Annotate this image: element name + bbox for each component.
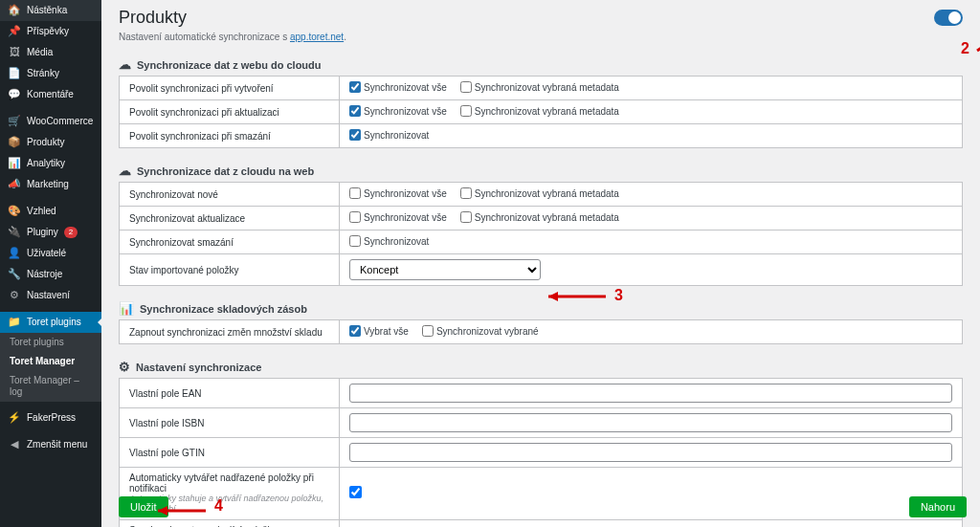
page-description: Nastavení automatické synchronizace s ap…: [119, 32, 963, 52]
checkbox-option[interactable]: Synchronizovat vše: [349, 187, 447, 199]
sidebar-item-komentáře[interactable]: 💬Komentáře: [0, 84, 101, 105]
table-download: Synchronizovat novéSynchronizovat všeSyn…: [119, 182, 963, 286]
row-label: Synchronizovat aktualizace: [120, 207, 340, 231]
sidebar-item-pluginy[interactable]: 🔌Pluginy2: [0, 222, 101, 243]
row-label: Povolit synchronizaci při vytvoření: [120, 77, 340, 100]
sidebar-item-stránky[interactable]: 📄Stránky: [0, 63, 101, 84]
sidebar-item-label: Příspěvky: [27, 26, 69, 37]
table-row: Zapnout synchronizaci změn množství skla…: [120, 320, 963, 344]
checkbox-option[interactable]: Synchronizovat vybrané: [422, 325, 539, 337]
sidebar-item-nástěnka[interactable]: 🏠Nástěnka: [0, 0, 101, 21]
menu-icon: 📊: [8, 157, 21, 170]
sidebar-item-vzhled[interactable]: 🎨Vzhled: [0, 201, 101, 222]
cloud-download-icon: ☁: [119, 164, 131, 178]
checkbox-option[interactable]: Synchronizovat vybraná metadata: [460, 105, 619, 117]
menu-icon: 🖼: [8, 46, 21, 59]
section-head-settings: ⚙ Nastavení synchronizace: [119, 354, 963, 378]
sidebar-item-woocommerce[interactable]: 🛒WooCommerce: [0, 111, 101, 132]
go-up-button[interactable]: Nahoru: [909, 496, 967, 517]
submenu-item[interactable]: Toret Manager – log: [0, 371, 101, 402]
sidebar-item-label: Stránky: [27, 68, 59, 79]
enable-toggle[interactable]: [934, 10, 963, 26]
page-title: Produkty: [119, 8, 187, 28]
checkbox-option[interactable]: Synchronizovat vše: [349, 105, 447, 117]
save-button[interactable]: Uložit: [119, 496, 168, 517]
text-input[interactable]: [349, 384, 952, 403]
sidebar-item-label: Nastavení: [27, 290, 70, 301]
sidebar-item-marketing[interactable]: 📣Marketing: [0, 174, 101, 195]
sidebar-item-uživatelé[interactable]: 👤Uživatelé: [0, 243, 101, 264]
sidebar-item-label: Nástěnka: [27, 5, 67, 16]
sidebar-item-nastavení[interactable]: ⚙Nastavení: [0, 285, 101, 306]
sidebar-item[interactable]: ⚡FakerPress: [0, 407, 101, 428]
sidebar-item-analytiky[interactable]: 📊Analytiky: [0, 153, 101, 174]
admin-sidebar: 🏠Nástěnka📌Příspěvky🖼Média📄Stránky💬Koment…: [0, 0, 101, 527]
row-label: Povolit synchronizaci při smazání: [120, 124, 340, 148]
row-label: Stav importované položky: [120, 254, 340, 286]
table-row: Synchronizovat související položkyAutoma…: [120, 519, 963, 527]
sidebar-item-média[interactable]: 🖼Média: [0, 42, 101, 63]
table-row: Automaticky vytvářet nadřazené položky p…: [120, 468, 963, 520]
checkbox-option[interactable]: Synchronizovat vybraná metadata: [460, 187, 619, 199]
checkbox-option[interactable]: Synchronizovat vše: [349, 81, 447, 93]
checkbox-option[interactable]: Synchronizovat vybraná metadata: [460, 81, 619, 93]
sidebar-item-label: Vzhled: [27, 206, 56, 217]
menu-icon: 👤: [8, 247, 21, 260]
table-stock: Zapnout synchronizaci změn množství skla…: [119, 319, 963, 344]
sidebar-item-label: Pluginy: [27, 227, 58, 238]
menu-icon: 🎨: [8, 205, 21, 218]
table-row: Vlastní pole GTIN: [120, 438, 963, 468]
table-row: Synchronizovat smazáníSynchronizovat: [120, 231, 963, 254]
menu-icon: 🏠: [8, 4, 21, 17]
menu-icon: 🔧: [8, 268, 21, 281]
sidebar-item[interactable]: ◀Zmenšit menu: [0, 434, 101, 455]
sidebar-item-label: Analytiky: [27, 158, 65, 169]
menu-icon: ◀: [8, 438, 21, 451]
row-label: Vlastní pole ISBN: [120, 408, 340, 438]
checkbox-option[interactable]: Synchronizovat: [349, 235, 429, 247]
table-row: Povolit synchronizaci při smazáníSynchro…: [120, 124, 963, 148]
table-row: Synchronizovat aktualizaceSynchronizovat…: [120, 207, 963, 231]
checkbox-option[interactable]: Synchronizovat vybraná metadata: [460, 211, 619, 223]
submenu-item[interactable]: Toret plugins: [0, 333, 101, 352]
menu-icon: 📦: [8, 136, 21, 149]
menu-icon: ⚡: [8, 411, 21, 425]
submenu-item[interactable]: Toret Manager: [0, 352, 101, 371]
row-label: Vlastní pole EAN: [120, 379, 340, 408]
menu-icon: 📣: [8, 178, 21, 191]
text-input[interactable]: [349, 413, 952, 432]
sidebar-item-příspěvky[interactable]: 📌Příspěvky: [0, 21, 101, 42]
table-row: Vlastní pole EAN: [120, 379, 963, 408]
menu-icon: 🛒: [8, 115, 21, 128]
cloud-upload-icon: ☁: [119, 57, 131, 72]
checkbox-option[interactable]: Synchronizovat: [349, 129, 429, 141]
gear-icon: ⚙: [119, 360, 130, 374]
stock-icon: 📊: [119, 301, 134, 316]
row-label: Vlastní pole GTIN: [120, 438, 340, 468]
table-settings: Vlastní pole EANVlastní pole ISBNVlastní…: [119, 378, 963, 527]
text-input[interactable]: [349, 443, 952, 462]
row-label: Povolit synchronizaci při aktualizaci: [120, 100, 340, 124]
menu-icon: 📌: [8, 25, 21, 38]
desc-link[interactable]: app.toret.net: [290, 32, 344, 42]
sidebar-item-nástroje[interactable]: 🔧Nástroje: [0, 264, 101, 285]
section-head-stock: 📊 Synchronizace skladových zásob: [119, 296, 963, 319]
sidebar-item-label: Nástroje: [27, 269, 62, 280]
checkbox[interactable]: [349, 486, 362, 498]
checkbox-option[interactable]: Synchronizovat vše: [349, 211, 447, 223]
row-label: Zapnout synchronizaci změn množství skla…: [120, 320, 340, 344]
row-label: Synchronizovat smazání: [120, 231, 340, 254]
menu-icon: ⚙: [8, 289, 21, 302]
status-select[interactable]: Koncept: [349, 259, 541, 280]
sidebar-item-label: WooCommerce: [27, 116, 93, 127]
checkbox-option[interactable]: Vybrat vše: [349, 325, 409, 337]
sidebar-item-label: Komentáře: [27, 89, 74, 100]
sidebar-item-label: Produkty: [27, 137, 64, 148]
badge: 2: [64, 227, 78, 238]
sidebar-item-toret-plugins[interactable]: 📁Toret plugins: [0, 312, 101, 333]
menu-icon: 📁: [8, 316, 21, 329]
sidebar-item-produkty[interactable]: 📦Produkty: [0, 132, 101, 153]
main-content: Produkty Nastavení automatické synchroni…: [101, 0, 980, 527]
table-row: Povolit synchronizaci při aktualizaciSyn…: [120, 100, 963, 124]
row-label: Synchronizovat související položkyAutoma…: [120, 519, 340, 527]
